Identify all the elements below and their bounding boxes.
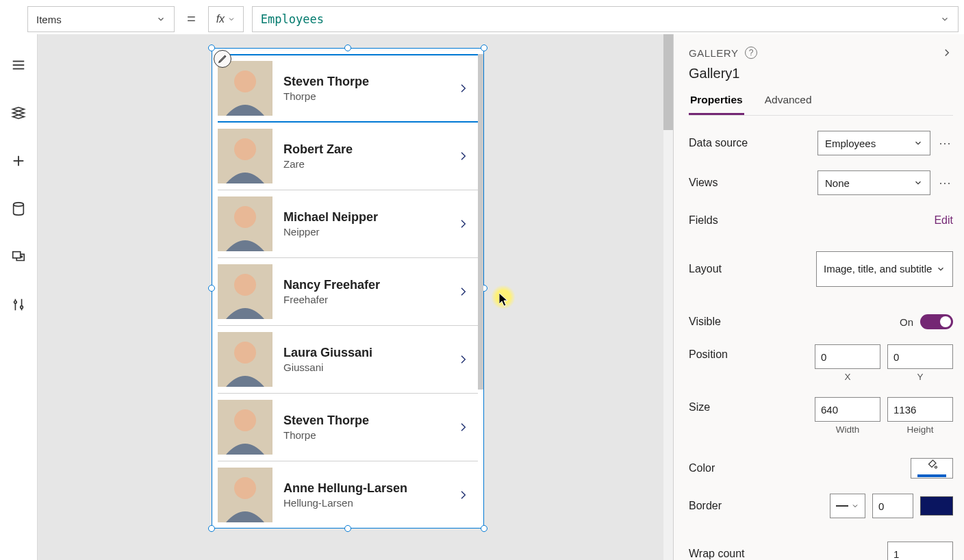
edit-template-button[interactable] <box>214 50 231 68</box>
label-wrap-count: Wrap count <box>689 548 745 560</box>
formula-bar: Items = fx Employees <box>0 0 964 34</box>
visible-toggle[interactable] <box>920 314 953 329</box>
hamburger-icon[interactable] <box>10 56 27 74</box>
row-title: Nancy Freehafer <box>283 278 457 292</box>
gallery-row[interactable]: Steven ThorpeThorpe <box>218 54 478 123</box>
data-source-dropdown[interactable]: Employees <box>817 131 930 155</box>
resize-handle[interactable] <box>481 44 487 51</box>
data-icon[interactable] <box>10 200 27 218</box>
svg-point-9 <box>21 306 23 309</box>
label-border: Border <box>689 500 722 512</box>
avatar <box>218 129 272 183</box>
chevron-right-icon[interactable] <box>457 216 468 232</box>
formula-input[interactable]: Employees <box>252 6 959 32</box>
property-selector[interactable]: Items <box>27 6 175 32</box>
row-subtitle: Freehafer <box>283 294 457 305</box>
gallery-row[interactable]: Laura GiussaniGiussani <box>218 326 478 394</box>
chevron-down-icon <box>913 178 923 188</box>
row-title: Michael Neipper <box>283 210 457 225</box>
resize-handle[interactable] <box>208 525 215 532</box>
gallery-row[interactable]: Nancy FreehaferFreehafer <box>218 258 478 326</box>
insert-icon[interactable] <box>10 152 27 170</box>
tree-view-icon[interactable] <box>10 104 27 122</box>
chevron-right-icon[interactable] <box>457 283 468 300</box>
gallery-row[interactable]: Robert ZareZare <box>218 123 478 190</box>
panel-type-label: GALLERY <box>689 47 738 59</box>
resize-handle[interactable] <box>481 525 487 532</box>
label-layout: Layout <box>689 263 722 275</box>
chevron-right-icon[interactable] <box>457 351 468 368</box>
chevron-down-icon[interactable] <box>940 14 950 24</box>
chevron-right-icon[interactable] <box>457 419 468 435</box>
resize-handle[interactable] <box>344 44 351 51</box>
gallery-control[interactable]: Steven ThorpeThorpeRobert ZareZareMichae… <box>212 48 484 529</box>
chevron-right-icon[interactable] <box>457 80 468 97</box>
properties-panel: GALLERY ? Gallery1 Properties Advanced D… <box>673 34 964 560</box>
border-style-dropdown[interactable] <box>830 494 865 518</box>
size-height-input[interactable]: 1136 <box>887 397 953 422</box>
layout-dropdown[interactable]: Image, title, and subtitle <box>816 251 953 287</box>
gallery-row[interactable]: Michael NeipperNeipper <box>218 190 478 258</box>
border-color-swatch[interactable] <box>920 496 953 516</box>
cursor-icon <box>499 293 510 307</box>
row-subtitle: Giussani <box>283 361 457 373</box>
chevron-down-icon <box>913 138 923 148</box>
media-icon[interactable] <box>10 248 27 266</box>
layout-value: Image, title, and subtitle <box>824 262 932 276</box>
label-size: Size <box>689 397 710 413</box>
paint-bucket-icon <box>926 458 938 470</box>
avatar <box>218 61 272 116</box>
label-visible: Visible <box>689 316 721 328</box>
gallery-scrollbar[interactable] <box>478 54 483 390</box>
left-nav-rail <box>0 34 37 560</box>
label-color: Color <box>689 462 715 474</box>
avatar <box>218 196 272 251</box>
label-views: Views <box>689 177 718 189</box>
avatar <box>218 264 272 319</box>
avatar <box>218 332 272 387</box>
color-picker[interactable] <box>911 458 953 479</box>
property-selector-label: Items <box>36 14 62 25</box>
resize-handle[interactable] <box>208 44 215 51</box>
row-subtitle: Thorpe <box>283 429 457 441</box>
chevron-down-icon <box>156 14 166 24</box>
caption-x: X <box>815 372 880 382</box>
tab-properties[interactable]: Properties <box>689 94 744 115</box>
tab-advanced[interactable]: Advanced <box>763 94 813 115</box>
canvas[interactable]: Steven ThorpeThorpeRobert ZareZareMichae… <box>37 34 673 560</box>
row-subtitle: Zare <box>283 158 457 170</box>
views-value: None <box>825 177 850 189</box>
more-icon[interactable]: ⋯ <box>937 175 953 190</box>
border-width-input[interactable]: 0 <box>872 494 913 518</box>
views-dropdown[interactable]: None <box>817 170 930 195</box>
chevron-right-icon[interactable] <box>457 487 468 503</box>
resize-handle[interactable] <box>208 285 215 292</box>
more-icon[interactable]: ⋯ <box>937 136 953 151</box>
resize-handle[interactable] <box>344 525 351 532</box>
control-name: Gallery1 <box>689 66 953 81</box>
position-y-input[interactable]: 0 <box>887 344 953 369</box>
svg-point-15 <box>234 206 256 228</box>
size-width-input[interactable]: 640 <box>815 397 880 422</box>
fx-button[interactable]: fx <box>208 6 244 32</box>
chevron-right-icon[interactable] <box>457 148 468 164</box>
equals-sign: = <box>183 10 200 28</box>
caption-height: Height <box>887 424 953 435</box>
help-icon[interactable]: ? <box>745 47 757 59</box>
label-data-source: Data source <box>689 137 748 149</box>
edit-fields-button[interactable]: Edit <box>934 214 953 227</box>
row-subtitle: Neipper <box>283 226 457 238</box>
data-source-value: Employees <box>825 138 876 149</box>
row-subtitle: Thorpe <box>283 90 457 102</box>
wrap-count-input[interactable]: 1 <box>887 542 953 560</box>
caption-y: Y <box>887 372 953 382</box>
svg-point-23 <box>234 477 256 499</box>
gallery-row[interactable]: Anne Hellung-LarsenHellung-Larsen <box>218 461 478 522</box>
position-x-input[interactable]: 0 <box>815 344 880 369</box>
chevron-right-icon[interactable] <box>941 47 953 59</box>
row-title: Anne Hellung-Larsen <box>283 481 457 496</box>
gallery-row[interactable]: Steven ThorpeThorpe <box>218 394 478 461</box>
chevron-down-icon <box>851 502 859 510</box>
canvas-scrollbar[interactable] <box>663 34 673 560</box>
tools-icon[interactable] <box>10 296 27 314</box>
